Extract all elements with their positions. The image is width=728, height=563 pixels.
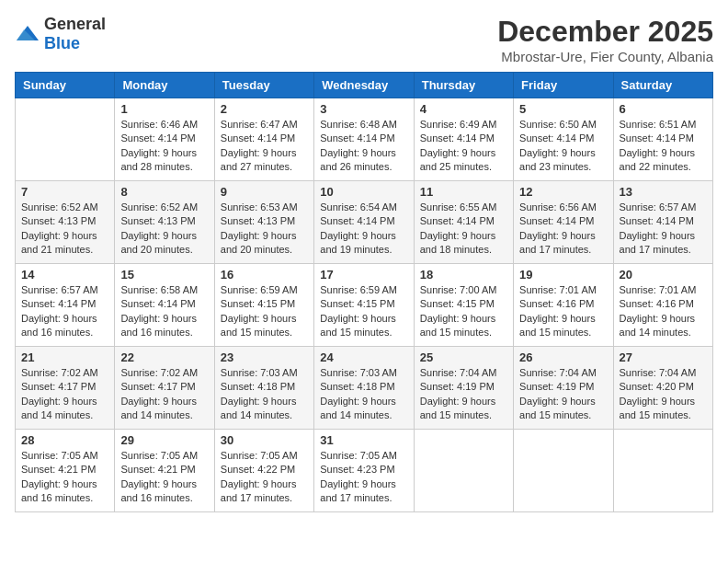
calendar-cell: 23Sunrise: 7:03 AMSunset: 4:18 PMDayligh… [214, 347, 313, 430]
cell-info-line: Sunrise: 7:04 AM [519, 366, 607, 380]
cell-info-line: and 14 minutes. [21, 408, 108, 422]
cell-info-line: Sunset: 4:16 PM [519, 297, 607, 311]
cell-info-line: Daylight: 9 hours [320, 229, 407, 243]
day-number: 5 [519, 102, 607, 116]
cell-info-line: Sunset: 4:19 PM [519, 380, 607, 394]
cell-info-line: Sunset: 4:17 PM [120, 380, 208, 394]
day-number: 13 [620, 185, 707, 199]
cell-info-line: Sunset: 4:20 PM [620, 380, 707, 394]
day-number: 22 [120, 350, 208, 364]
calendar-cell: 30Sunrise: 7:05 AMSunset: 4:22 PMDayligh… [214, 430, 313, 512]
calendar-cell: 8Sunrise: 6:52 AMSunset: 4:13 PMDaylight… [115, 181, 214, 264]
calendar-cell: 4Sunrise: 6:49 AMSunset: 4:14 PMDaylight… [414, 98, 513, 181]
cell-info-line: and 16 minutes. [21, 326, 108, 339]
cell-info-line: Sunset: 4:14 PM [519, 132, 607, 145]
day-number: 27 [620, 350, 707, 364]
day-of-week-header: Saturday [613, 73, 712, 98]
cell-info-line: Daylight: 9 hours [519, 229, 607, 243]
calendar-cell [16, 98, 115, 181]
cell-info-line: and 16 minutes. [120, 491, 208, 505]
calendar-cell: 6Sunrise: 6:51 AMSunset: 4:14 PMDaylight… [613, 98, 712, 181]
cell-info-line: Daylight: 9 hours [221, 312, 308, 326]
calendar-cell: 3Sunrise: 6:48 AMSunset: 4:14 PMDaylight… [314, 98, 414, 181]
cell-info-line: Daylight: 9 hours [21, 477, 108, 491]
cell-info-line: Daylight: 9 hours [120, 312, 208, 326]
month-year: December 2025 [497, 15, 713, 49]
cell-info-line: Daylight: 9 hours [221, 477, 308, 491]
cell-info-line: Sunrise: 7:04 AM [620, 366, 707, 380]
cell-info-line: Sunrise: 6:52 AM [120, 201, 208, 214]
day-number: 23 [221, 350, 308, 364]
calendar-cell: 14Sunrise: 6:57 AMSunset: 4:14 PMDayligh… [16, 264, 115, 347]
cell-info-line: Sunrise: 6:52 AM [21, 201, 108, 214]
day-number: 2 [221, 102, 308, 116]
day-number: 11 [420, 185, 507, 199]
cell-info-line: Sunrise: 6:47 AM [221, 118, 308, 132]
cell-info-line: Sunset: 4:18 PM [320, 380, 407, 394]
calendar-week-row: 21Sunrise: 7:02 AMSunset: 4:17 PMDayligh… [16, 347, 713, 430]
cell-info-line: and 28 minutes. [120, 160, 208, 174]
calendar-cell: 17Sunrise: 6:59 AMSunset: 4:15 PMDayligh… [314, 264, 414, 347]
cell-info-line: and 17 minutes. [519, 243, 607, 257]
calendar-cell: 29Sunrise: 7:05 AMSunset: 4:21 PMDayligh… [115, 430, 214, 512]
day-number: 9 [221, 185, 308, 199]
calendar-cell: 5Sunrise: 6:50 AMSunset: 4:14 PMDaylight… [514, 98, 613, 181]
cell-info-line: Daylight: 9 hours [120, 146, 208, 160]
calendar-week-row: 7Sunrise: 6:52 AMSunset: 4:13 PMDaylight… [16, 181, 713, 264]
cell-info-line: Sunrise: 7:00 AM [420, 283, 507, 297]
cell-info-line: Sunset: 4:23 PM [320, 463, 407, 477]
cell-info-line: Sunset: 4:15 PM [420, 297, 507, 311]
cell-info-line: Sunrise: 6:59 AM [221, 283, 308, 297]
cell-info-line: Daylight: 9 hours [420, 146, 507, 160]
cell-info-line: Sunrise: 7:03 AM [320, 366, 407, 380]
calendar-cell: 19Sunrise: 7:01 AMSunset: 4:16 PMDayligh… [514, 264, 613, 347]
cell-info-line: Sunrise: 6:59 AM [320, 283, 407, 297]
cell-info-line: Daylight: 9 hours [221, 395, 308, 408]
cell-info-line: Sunrise: 7:05 AM [21, 449, 108, 463]
cell-info-line: Sunset: 4:13 PM [120, 214, 208, 228]
day-of-week-header: Tuesday [214, 73, 313, 98]
calendar-cell [514, 430, 613, 512]
cell-info-line: Sunrise: 6:51 AM [620, 118, 707, 132]
cell-info-line: Sunrise: 6:48 AM [320, 118, 407, 132]
cell-info-line: and 15 minutes. [320, 326, 407, 339]
calendar-cell: 12Sunrise: 6:56 AMSunset: 4:14 PMDayligh… [514, 181, 613, 264]
cell-info-line: Daylight: 9 hours [120, 477, 208, 491]
cell-info-line: Sunrise: 7:03 AM [221, 366, 308, 380]
day-number: 15 [120, 268, 208, 282]
cell-info-line: Sunset: 4:14 PM [221, 132, 308, 145]
cell-info-line: Sunset: 4:19 PM [420, 380, 507, 394]
cell-info-line: Sunrise: 6:49 AM [420, 118, 507, 132]
location: Mbrostar-Ure, Fier County, Albania [497, 49, 713, 64]
cell-info-line: Daylight: 9 hours [120, 395, 208, 408]
calendar-cell: 9Sunrise: 6:53 AMSunset: 4:13 PMDaylight… [214, 181, 313, 264]
cell-info-line: and 15 minutes. [420, 326, 507, 339]
calendar-cell: 26Sunrise: 7:04 AMSunset: 4:19 PMDayligh… [514, 347, 613, 430]
day-number: 4 [420, 102, 507, 116]
day-number: 6 [620, 102, 707, 116]
day-number: 24 [320, 350, 407, 364]
cell-info-line: and 27 minutes. [221, 160, 308, 174]
cell-info-line: Sunset: 4:13 PM [21, 214, 108, 228]
cell-info-line: Daylight: 9 hours [320, 477, 407, 491]
cell-info-line: and 15 minutes. [420, 408, 507, 422]
cell-info-line: and 15 minutes. [519, 326, 607, 339]
cell-info-line: Sunrise: 6:57 AM [620, 201, 707, 214]
cell-info-line: Sunset: 4:14 PM [420, 214, 507, 228]
logo-text: General Blue [44, 15, 106, 53]
day-number: 26 [519, 350, 607, 364]
day-number: 18 [420, 268, 507, 282]
cell-info-line: Daylight: 9 hours [420, 229, 507, 243]
cell-info-line: Daylight: 9 hours [120, 229, 208, 243]
cell-info-line: Sunrise: 7:02 AM [21, 366, 108, 380]
calendar-cell: 11Sunrise: 6:55 AMSunset: 4:14 PMDayligh… [414, 181, 513, 264]
cell-info-line: Sunrise: 7:05 AM [120, 449, 208, 463]
calendar-cell: 25Sunrise: 7:04 AMSunset: 4:19 PMDayligh… [414, 347, 513, 430]
cell-info-line: and 20 minutes. [221, 243, 308, 257]
cell-info-line: Sunset: 4:14 PM [320, 132, 407, 145]
cell-info-line: Daylight: 9 hours [519, 395, 607, 408]
cell-info-line: Daylight: 9 hours [620, 395, 707, 408]
cell-info-line: Daylight: 9 hours [320, 146, 407, 160]
cell-info-line: Sunrise: 6:50 AM [519, 118, 607, 132]
calendar-cell: 22Sunrise: 7:02 AMSunset: 4:17 PMDayligh… [115, 347, 214, 430]
